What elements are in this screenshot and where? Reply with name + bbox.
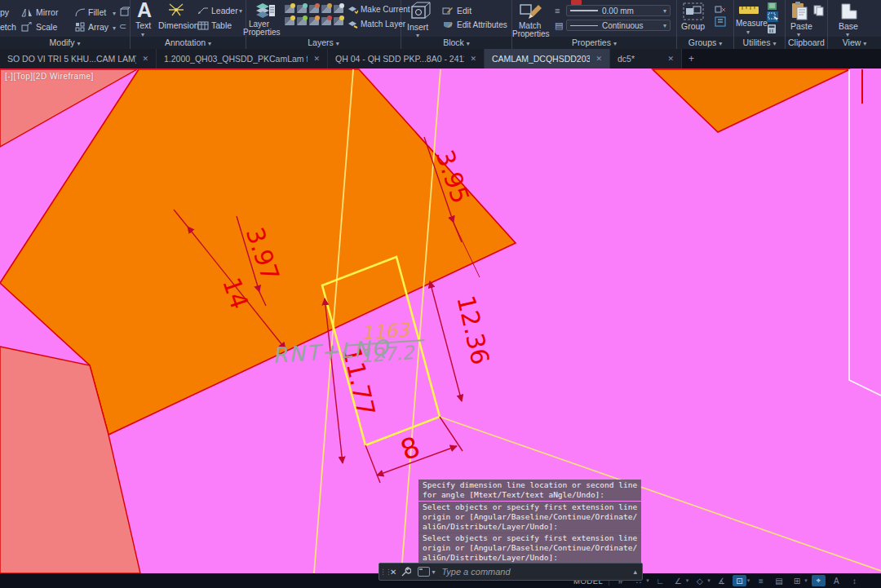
match-layer-icon xyxy=(348,20,358,29)
block-panel-label[interactable]: Block ▾ xyxy=(401,37,511,49)
file-tab-2[interactable]: 1.2000_QH03_QHSDD_PKCamLam final khu 4 ✕ xyxy=(157,49,328,69)
ribbon: py etch Mirror Fillet ▾ Scale Array ▾ ⊂ … xyxy=(0,0,881,49)
dimension-button[interactable]: Dimension xyxy=(158,20,199,30)
file-tab-5-label: dc5* xyxy=(618,54,635,64)
properties-panel-label[interactable]: Properties ▾ xyxy=(512,37,676,49)
customize-wrench-icon[interactable] xyxy=(401,567,411,577)
recent-commands-caret-icon[interactable]: ▾ xyxy=(432,568,435,576)
file-tab-3[interactable]: QH 04 - QH SDD PKP...8A0 - 241122 khu 3 … xyxy=(328,49,485,69)
file-tab-4-close-icon[interactable]: ✕ xyxy=(595,55,602,63)
ribbon-panel-layers: Layer Properties Make Current Match Laye… xyxy=(246,0,401,49)
file-tab-1[interactable]: SO DO VI TRI 5 KHU...CAM LAM)_8_7_2025* … xyxy=(0,49,157,69)
recent-commands-icon[interactable] xyxy=(418,567,430,577)
layer-state-buttons[interactable] xyxy=(284,3,345,28)
edit-attributes-icon xyxy=(442,20,454,30)
mirror-icon xyxy=(21,7,33,17)
groups-panel-label[interactable]: Groups ▾ xyxy=(677,37,733,49)
array-icon xyxy=(75,22,86,32)
linetype-select[interactable]: Continuous▾ xyxy=(566,20,671,31)
mirror-button[interactable]: Mirror xyxy=(36,7,58,17)
selection-cycling-toggle[interactable]: ⊞ xyxy=(790,575,804,586)
isometric-drafting-toggle[interactable]: ◇ xyxy=(693,575,706,586)
group-button[interactable]: Group xyxy=(681,21,705,31)
parcel-lot-number-text[interactable]: 1163 xyxy=(361,319,412,343)
file-tab-5[interactable]: dc5* ✕ xyxy=(610,49,682,69)
ribbon-panel-view: Base ▾ View ▾ xyxy=(828,0,881,49)
layer-properties-button-2[interactable]: Properties xyxy=(243,28,281,37)
object-snap-toggle[interactable]: ⊡ xyxy=(733,575,746,586)
viewport-controls[interactable]: [-][Top][2D Wireframe] xyxy=(5,72,94,81)
command-input[interactable]: Type a command xyxy=(441,567,633,577)
edit-3d-icon[interactable] xyxy=(119,7,130,17)
file-tab-1-close-icon[interactable]: ✕ xyxy=(142,55,148,63)
ortho-mode-toggle[interactable]: ∟ xyxy=(653,575,667,586)
text-icon: A xyxy=(137,0,152,22)
file-tab-5-close-icon[interactable]: ✕ xyxy=(667,55,674,63)
utilities-panel-label[interactable]: Utilities ▾ xyxy=(734,37,785,49)
command-history-line-3: Select objects or specify first extensio… xyxy=(418,533,641,564)
iso-caret-icon[interactable]: ▾ xyxy=(707,577,711,584)
command-bar-grip[interactable]: ⋮⋮ xyxy=(379,568,387,576)
file-tab-2-close-icon[interactable]: ✕ xyxy=(313,55,320,63)
block-edit-button[interactable]: Edit xyxy=(457,6,471,15)
object-snap-tracking-toggle[interactable]: ∡ xyxy=(715,575,728,586)
command-bar[interactable]: ⋮⋮ ✕ ▾ Type a command ▴ xyxy=(379,563,643,581)
base-icon xyxy=(839,2,859,21)
annotation-visibility-toggle[interactable]: A xyxy=(830,575,843,586)
polar-caret-icon[interactable]: ▾ xyxy=(686,577,689,584)
edit-attributes-button[interactable]: Edit Attributes xyxy=(457,20,507,29)
measure-caret-icon[interactable]: ▾ xyxy=(746,29,750,36)
clipboard-panel-label: Clipboard xyxy=(786,37,827,49)
select-box-icon[interactable] xyxy=(767,11,778,22)
array-button[interactable]: Array xyxy=(88,22,108,32)
fillet-icon xyxy=(75,7,86,17)
fillet-caret-icon[interactable]: ▾ xyxy=(113,10,116,17)
fillet-button[interactable]: Fillet xyxy=(88,7,106,17)
leader-button[interactable]: Leader xyxy=(211,6,238,15)
layers-panel-label[interactable]: Layers ▾ xyxy=(246,37,401,49)
autoscale-toggle[interactable]: ↕ xyxy=(848,575,861,586)
dimension-icon xyxy=(166,2,186,18)
lineweight-toggle[interactable]: ≡ xyxy=(754,575,768,586)
polar-tracking-toggle[interactable]: ∠ xyxy=(671,575,685,586)
text-button[interactable]: Text xyxy=(135,20,151,30)
measure-button[interactable]: Measure xyxy=(736,19,768,28)
join-icon[interactable]: ⊂ xyxy=(119,21,126,32)
annotation-panel-label[interactable]: Annotation ▾ xyxy=(131,37,246,49)
transparency-toggle[interactable]: ▤ xyxy=(772,575,786,586)
autocad-window: { "window": { "viewport_label": "[-][Top… xyxy=(0,0,881,588)
command-close-icon[interactable]: ✕ xyxy=(390,568,396,577)
base-button[interactable]: Base xyxy=(839,21,858,31)
parcel-area-text[interactable]: 127.2 xyxy=(360,342,416,367)
osnap-caret-icon[interactable]: ▾ xyxy=(747,577,750,584)
ungroup-icon[interactable] xyxy=(715,5,727,15)
modify-panel-label[interactable]: Modify ▾ xyxy=(0,37,130,49)
copy-button[interactable]: py xyxy=(0,7,9,17)
file-tab-bar: SO DO VI TRI 5 KHU...CAM LAM)_8_7_2025* … xyxy=(0,49,881,69)
file-tab-4-active[interactable]: CAMLAM_DCQHSDD2030 final* ✕ xyxy=(485,49,610,69)
leader-caret-icon[interactable]: ▾ xyxy=(239,7,242,15)
file-tab-3-close-icon[interactable]: ✕ xyxy=(470,55,476,63)
cycling-caret-icon[interactable]: ▾ xyxy=(804,577,808,584)
calculator-icon[interactable] xyxy=(767,24,777,34)
scale-button[interactable]: Scale xyxy=(36,22,57,32)
group-icon xyxy=(682,2,705,21)
file-tab-2-label: 1.2000_QH03_QHSDD_PKCamLam final khu 4 xyxy=(164,54,308,64)
match-layer-button[interactable]: Match Layer xyxy=(361,20,405,29)
command-history-toggle-icon[interactable]: ▴ xyxy=(633,568,637,576)
insert-button[interactable]: Insert xyxy=(407,22,428,32)
ribbon-panel-block: Insert ▾ Edit Edit Attributes Block ▾ xyxy=(401,0,512,49)
view-panel-label[interactable]: View ▾ xyxy=(828,37,881,49)
dynamic-input-toggle[interactable]: ⌖ xyxy=(812,575,826,586)
lineweight-select[interactable]: 0.00 mm▾ xyxy=(566,5,671,16)
group-edit-icon[interactable] xyxy=(715,16,727,28)
snap-caret-icon[interactable]: ▾ xyxy=(646,577,649,584)
array-caret-icon[interactable]: ▾ xyxy=(113,24,116,32)
new-tab-button[interactable]: + xyxy=(682,49,701,69)
copy-clip-icon[interactable] xyxy=(813,5,825,16)
paste-button[interactable]: Paste xyxy=(790,21,812,31)
quick-select-icon[interactable] xyxy=(767,2,778,11)
match-properties-icon xyxy=(519,2,543,21)
table-button[interactable]: Table xyxy=(211,20,232,30)
stretch-button[interactable]: etch xyxy=(0,22,16,32)
